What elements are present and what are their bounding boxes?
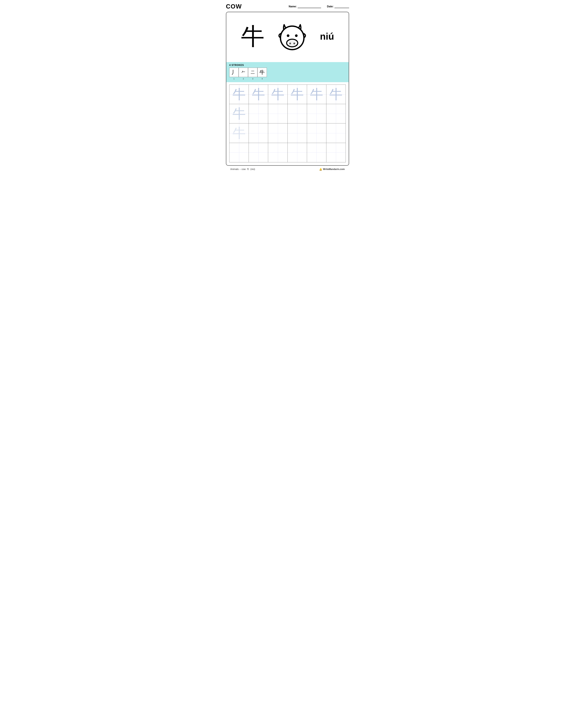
practice-grid: 牛 牛 牛 牛 牛 牛 牛 牛 [229,85,346,162]
stroke-num-2: 2 [243,77,244,80]
date-label: Date: [327,5,334,8]
guide-char-r1c1: 牛 [233,88,246,101]
practice-cell-r3c4[interactable] [288,123,307,143]
date-field: Date: [327,5,349,8]
page-title: COW [226,3,242,10]
practice-cell-r4c2[interactable] [249,143,268,162]
practice-cell-r3c5[interactable] [307,123,326,143]
page-footer: Animals • cow 牛 (niú) 🔔 WriteMandarin.co… [226,166,349,171]
guide-char-r2c1: 牛 [233,107,246,120]
footer-pinyin: (niú) [250,168,255,170]
page-header: COW Name: Date: [226,3,349,10]
cow-illustration [276,20,308,53]
practice-cell-r1c5[interactable]: 牛 [307,85,326,104]
practice-section: 牛 牛 牛 牛 牛 牛 牛 牛 [226,82,349,165]
practice-cell-r1c4[interactable]: 牛 [288,85,307,104]
hero-section: 牛 niú [226,12,349,62]
cow-svg [276,20,308,53]
guide-char-r1c6: 牛 [329,88,342,101]
practice-cell-r4c4[interactable] [288,143,307,162]
practice-cell-r3c1[interactable]: 牛 [229,123,249,143]
svg-point-4 [295,34,298,37]
strokes-section: 4 STROKES 丿 1 𠂉 2 ⼆ 3 牛 4 [226,62,349,82]
stroke-step-1: 丿 1 [229,68,239,80]
name-field: Name: [289,5,321,8]
stroke-step-2: 𠂉 2 [239,68,248,80]
practice-cell-r4c1[interactable] [229,143,249,162]
practice-cell-r2c5[interactable] [307,104,326,123]
name-label: Name: [289,5,297,8]
svg-point-7 [293,42,295,44]
stroke-steps: 丿 1 𠂉 2 ⼆ 3 牛 4 [229,68,346,80]
stroke-box-3: ⼆ [248,68,258,77]
stroke-num-4: 4 [262,77,263,80]
stroke-step-3: ⼆ 3 [248,68,258,80]
footer-category: Animals [230,168,239,170]
practice-cell-r2c4[interactable] [288,104,307,123]
stroke-box-1: 丿 [229,68,239,77]
guide-char-r1c5: 牛 [310,88,323,101]
practice-cell-r1c3[interactable]: 牛 [268,85,288,104]
svg-point-3 [287,34,290,37]
practice-cell-r2c2[interactable] [249,104,268,123]
footer-right: 🔔 WriteMandarin.com [319,168,345,171]
practice-cell-r1c6[interactable]: 牛 [326,85,346,104]
practice-cell-r3c3[interactable] [268,123,288,143]
practice-cell-r2c3[interactable] [268,104,288,123]
stroke-box-2: 𠂉 [239,68,248,77]
pinyin-text: niú [320,31,334,42]
practice-cell-r2c6[interactable] [326,104,346,123]
guide-char-r1c2: 牛 [252,88,265,101]
practice-cell-r1c1[interactable]: 牛 [229,85,249,104]
footer-site: WriteMandarin.com [323,168,345,170]
footer-char: 牛 [247,168,249,171]
stroke-box-4: 牛 [258,68,267,77]
site-icon: 🔔 [319,168,322,171]
footer-left: Animals • cow 牛 (niú) [230,168,255,171]
svg-point-6 [289,42,291,44]
guide-char-r1c3: 牛 [271,88,284,101]
main-card: 牛 niú [226,12,349,166]
practice-cell-r4c3[interactable] [268,143,288,162]
date-underline[interactable] [334,5,349,8]
strokes-label: 4 STROKES [229,64,346,66]
footer-bullet: • [240,168,240,170]
practice-cell-r4c6[interactable] [326,143,346,162]
practice-cell-r3c6[interactable] [326,123,346,143]
name-underline[interactable] [298,5,321,8]
practice-cell-r3c2[interactable] [249,123,268,143]
practice-cell-r1c2[interactable]: 牛 [249,85,268,104]
stroke-num-3: 3 [252,77,253,80]
stroke-step-4: 牛 4 [258,68,267,80]
name-date-area: Name: Date: [289,5,349,8]
practice-cell-r4c5[interactable] [307,143,326,162]
svg-point-5 [286,39,298,47]
big-chinese-char: 牛 [241,25,265,48]
footer-word: cow [241,168,245,170]
stroke-num-1: 1 [233,77,234,80]
practice-cell-r2c1[interactable]: 牛 [229,104,249,123]
guide-char-r1c4: 牛 [291,88,304,101]
guide-char-r3c1: 牛 [233,127,246,140]
